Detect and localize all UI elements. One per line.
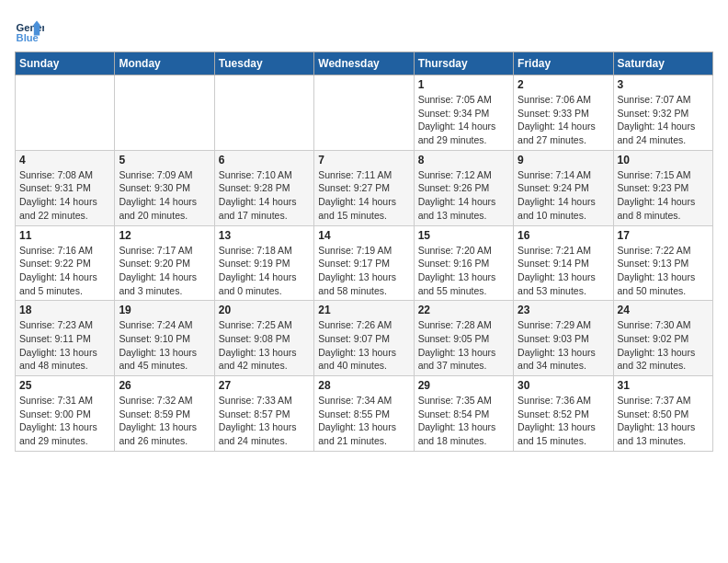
calendar-header-tuesday: Tuesday (214, 52, 313, 75)
calendar-cell: 9Sunrise: 7:14 AM Sunset: 9:24 PM Daylig… (514, 150, 613, 225)
calendar-cell: 18Sunrise: 7:23 AM Sunset: 9:11 PM Dayli… (16, 301, 115, 376)
day-info: Sunrise: 7:16 AM Sunset: 9:22 PM Dayligh… (19, 244, 110, 298)
day-number: 16 (518, 229, 609, 242)
calendar-cell: 29Sunrise: 7:35 AM Sunset: 8:54 PM Dayli… (414, 376, 513, 452)
calendar-cell: 30Sunrise: 7:36 AM Sunset: 8:52 PM Dayli… (514, 376, 613, 452)
svg-text:General: General (17, 22, 44, 33)
calendar-cell: 31Sunrise: 7:37 AM Sunset: 8:50 PM Dayli… (613, 376, 712, 452)
calendar-cell (16, 75, 115, 151)
day-number: 22 (418, 304, 509, 316)
day-info: Sunrise: 7:08 AM Sunset: 9:31 PM Dayligh… (19, 168, 110, 223)
calendar-cell: 24Sunrise: 7:30 AM Sunset: 9:02 PM Dayli… (613, 301, 712, 376)
page-header: General Blue (15, 15, 713, 44)
day-number: 13 (219, 229, 310, 242)
calendar-header-saturday: Saturday (613, 52, 712, 75)
day-number: 24 (618, 304, 709, 316)
day-info: Sunrise: 7:20 AM Sunset: 9:16 PM Dayligh… (418, 244, 509, 298)
day-info: Sunrise: 7:12 AM Sunset: 9:26 PM Dayligh… (418, 168, 509, 223)
day-info: Sunrise: 7:26 AM Sunset: 9:07 PM Dayligh… (318, 318, 409, 373)
calendar-week-row: 25Sunrise: 7:31 AM Sunset: 9:00 PM Dayli… (16, 376, 713, 452)
calendar-cell: 14Sunrise: 7:19 AM Sunset: 9:17 PM Dayli… (314, 225, 414, 301)
day-info: Sunrise: 7:28 AM Sunset: 9:05 PM Dayligh… (418, 318, 509, 373)
day-number: 25 (19, 379, 110, 392)
day-info: Sunrise: 7:23 AM Sunset: 9:11 PM Dayligh… (19, 318, 110, 373)
calendar-cell: 20Sunrise: 7:25 AM Sunset: 9:08 PM Dayli… (214, 301, 313, 376)
calendar-cell: 12Sunrise: 7:17 AM Sunset: 9:20 PM Dayli… (115, 225, 214, 301)
day-info: Sunrise: 7:14 AM Sunset: 9:24 PM Dayligh… (518, 168, 609, 223)
day-info: Sunrise: 7:29 AM Sunset: 9:03 PM Dayligh… (518, 318, 609, 373)
calendar-cell (214, 75, 313, 151)
day-number: 6 (219, 154, 310, 167)
day-number: 4 (19, 154, 110, 167)
logo-icon: General Blue (15, 15, 44, 44)
day-number: 18 (19, 304, 110, 316)
day-number: 8 (418, 154, 509, 167)
calendar-cell (115, 75, 214, 151)
calendar-header-row: SundayMondayTuesdayWednesdayThursdayFrid… (16, 52, 713, 75)
day-info: Sunrise: 7:24 AM Sunset: 9:10 PM Dayligh… (119, 318, 210, 373)
day-number: 9 (518, 154, 609, 167)
calendar-cell: 17Sunrise: 7:22 AM Sunset: 9:13 PM Dayli… (613, 225, 712, 301)
day-number: 3 (618, 78, 709, 91)
logo: General Blue (15, 15, 44, 44)
day-number: 1 (418, 78, 509, 91)
calendar-header-friday: Friday (514, 52, 613, 75)
day-number: 21 (318, 304, 409, 316)
calendar-header-monday: Monday (115, 52, 214, 75)
calendar-cell: 2Sunrise: 7:06 AM Sunset: 9:33 PM Daylig… (514, 75, 613, 151)
day-info: Sunrise: 7:25 AM Sunset: 9:08 PM Dayligh… (219, 318, 310, 373)
day-info: Sunrise: 7:37 AM Sunset: 8:50 PM Dayligh… (618, 394, 709, 448)
calendar-week-row: 18Sunrise: 7:23 AM Sunset: 9:11 PM Dayli… (16, 301, 713, 376)
day-info: Sunrise: 7:10 AM Sunset: 9:28 PM Dayligh… (219, 168, 310, 223)
calendar-cell: 19Sunrise: 7:24 AM Sunset: 9:10 PM Dayli… (115, 301, 214, 376)
calendar-week-row: 1Sunrise: 7:05 AM Sunset: 9:34 PM Daylig… (16, 75, 713, 151)
calendar-header-sunday: Sunday (16, 52, 115, 75)
day-info: Sunrise: 7:07 AM Sunset: 9:32 PM Dayligh… (618, 93, 709, 147)
day-info: Sunrise: 7:19 AM Sunset: 9:17 PM Dayligh… (318, 244, 409, 298)
day-info: Sunrise: 7:35 AM Sunset: 8:54 PM Dayligh… (418, 394, 509, 448)
calendar-table: SundayMondayTuesdayWednesdayThursdayFrid… (15, 52, 713, 452)
day-number: 14 (318, 229, 409, 242)
day-info: Sunrise: 7:15 AM Sunset: 9:23 PM Dayligh… (618, 168, 709, 223)
calendar-cell: 22Sunrise: 7:28 AM Sunset: 9:05 PM Dayli… (414, 301, 513, 376)
calendar-cell: 5Sunrise: 7:09 AM Sunset: 9:30 PM Daylig… (115, 150, 214, 225)
day-number: 27 (219, 379, 310, 392)
day-number: 19 (119, 304, 210, 316)
day-number: 23 (518, 304, 609, 316)
calendar-cell: 11Sunrise: 7:16 AM Sunset: 9:22 PM Dayli… (16, 225, 115, 301)
calendar-week-row: 4Sunrise: 7:08 AM Sunset: 9:31 PM Daylig… (16, 150, 713, 225)
day-info: Sunrise: 7:33 AM Sunset: 8:57 PM Dayligh… (219, 394, 310, 448)
calendar-cell: 15Sunrise: 7:20 AM Sunset: 9:16 PM Dayli… (414, 225, 513, 301)
day-info: Sunrise: 7:32 AM Sunset: 8:59 PM Dayligh… (119, 394, 210, 448)
calendar-week-row: 11Sunrise: 7:16 AM Sunset: 9:22 PM Dayli… (16, 225, 713, 301)
day-number: 12 (119, 229, 210, 242)
calendar-cell: 10Sunrise: 7:15 AM Sunset: 9:23 PM Dayli… (613, 150, 712, 225)
day-info: Sunrise: 7:17 AM Sunset: 9:20 PM Dayligh… (119, 244, 210, 298)
day-info: Sunrise: 7:06 AM Sunset: 9:33 PM Dayligh… (518, 93, 609, 147)
day-number: 30 (518, 379, 609, 392)
calendar-cell: 27Sunrise: 7:33 AM Sunset: 8:57 PM Dayli… (214, 376, 313, 452)
calendar-cell: 7Sunrise: 7:11 AM Sunset: 9:27 PM Daylig… (314, 150, 414, 225)
day-number: 17 (618, 229, 709, 242)
day-info: Sunrise: 7:22 AM Sunset: 9:13 PM Dayligh… (618, 244, 709, 298)
day-number: 15 (418, 229, 509, 242)
calendar-cell: 8Sunrise: 7:12 AM Sunset: 9:26 PM Daylig… (414, 150, 513, 225)
calendar-cell: 1Sunrise: 7:05 AM Sunset: 9:34 PM Daylig… (414, 75, 513, 151)
day-info: Sunrise: 7:18 AM Sunset: 9:19 PM Dayligh… (219, 244, 310, 298)
calendar-cell: 21Sunrise: 7:26 AM Sunset: 9:07 PM Dayli… (314, 301, 414, 376)
day-number: 11 (19, 229, 110, 242)
day-number: 31 (618, 379, 709, 392)
calendar-header-wednesday: Wednesday (314, 52, 414, 75)
day-info: Sunrise: 7:34 AM Sunset: 8:55 PM Dayligh… (318, 394, 409, 448)
day-number: 26 (119, 379, 210, 392)
calendar-cell: 26Sunrise: 7:32 AM Sunset: 8:59 PM Dayli… (115, 376, 214, 452)
day-info: Sunrise: 7:30 AM Sunset: 9:02 PM Dayligh… (618, 318, 709, 373)
calendar-cell: 3Sunrise: 7:07 AM Sunset: 9:32 PM Daylig… (613, 75, 712, 151)
calendar-cell: 25Sunrise: 7:31 AM Sunset: 9:00 PM Dayli… (16, 376, 115, 452)
calendar-cell: 28Sunrise: 7:34 AM Sunset: 8:55 PM Dayli… (314, 376, 414, 452)
calendar-header-thursday: Thursday (414, 52, 513, 75)
day-number: 29 (418, 379, 509, 392)
day-info: Sunrise: 7:11 AM Sunset: 9:27 PM Dayligh… (318, 168, 409, 223)
calendar-cell: 16Sunrise: 7:21 AM Sunset: 9:14 PM Dayli… (514, 225, 613, 301)
calendar-cell: 6Sunrise: 7:10 AM Sunset: 9:28 PM Daylig… (214, 150, 313, 225)
